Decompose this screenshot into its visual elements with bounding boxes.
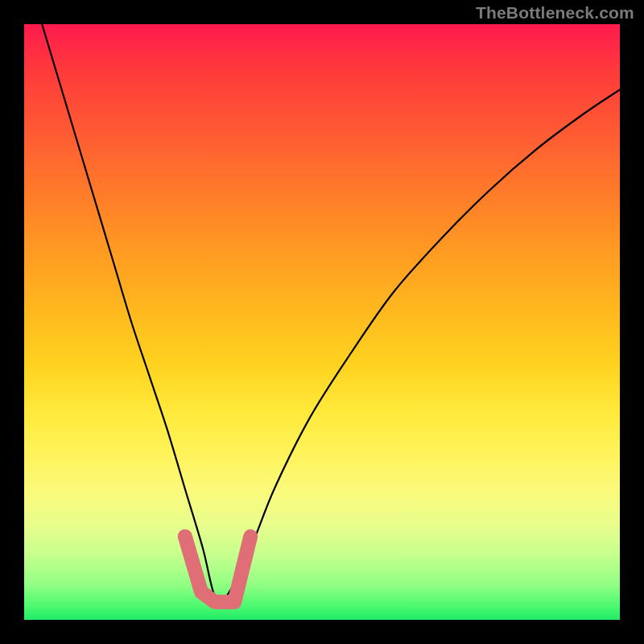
bottleneck-curve [42,24,620,602]
chart-frame: TheBottleneck.com [0,0,644,644]
watermark-text: TheBottleneck.com [476,3,634,23]
plot-area [24,24,620,620]
curve-layer [24,24,620,620]
highlight-band [185,536,250,601]
